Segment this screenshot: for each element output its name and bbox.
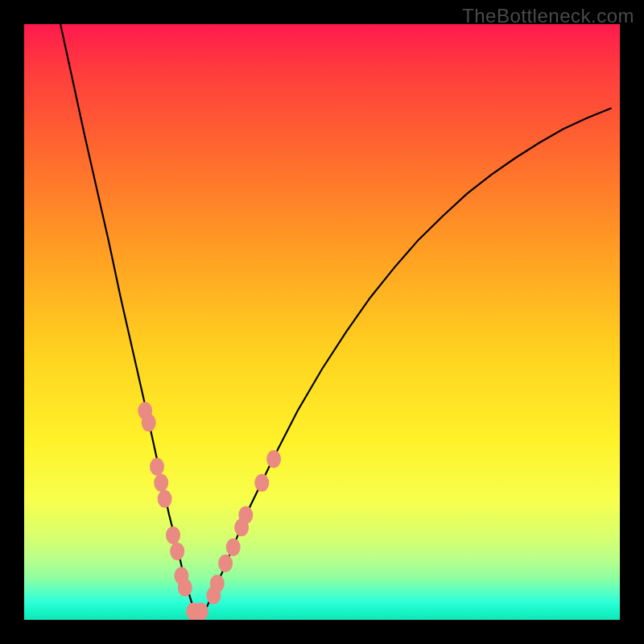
chart-gradient-background: [24, 24, 620, 620]
data-marker: [142, 414, 156, 431]
data-marker: [226, 539, 241, 556]
bottleneck-curve: [60, 24, 612, 610]
data-marker: [194, 603, 208, 620]
chart-svg: [24, 24, 620, 620]
data-marker: [238, 506, 253, 524]
data-marker: [266, 450, 281, 468]
data-marker: [166, 526, 180, 544]
data-marker: [170, 543, 184, 560]
data-marker: [210, 575, 225, 592]
data-marker: [218, 555, 233, 572]
watermark-text: TheBottleneck.com: [462, 5, 634, 27]
data-marker: [254, 474, 269, 492]
data-marker: [150, 458, 164, 476]
marker-group: [138, 402, 281, 620]
data-marker: [154, 474, 168, 492]
data-marker: [178, 579, 192, 597]
data-marker: [158, 490, 172, 508]
